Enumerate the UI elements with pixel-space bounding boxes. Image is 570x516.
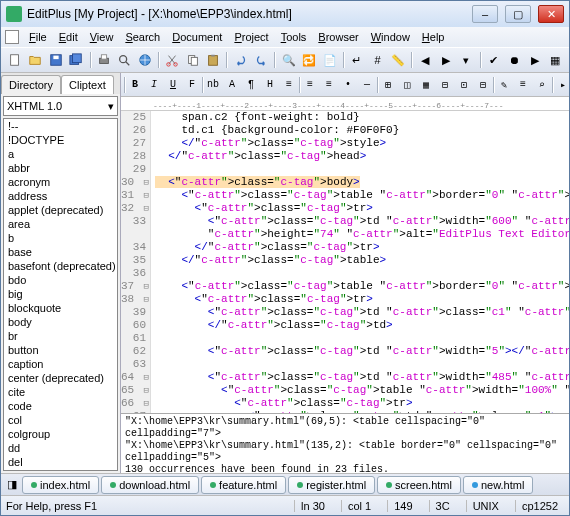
cliptext-item[interactable]: del [4, 455, 117, 469]
htmlbar-btn-3[interactable]: F [183, 76, 201, 94]
htmlbar-btn-9[interactable]: ≡ [301, 76, 319, 94]
menu-tools[interactable]: Tools [275, 29, 313, 45]
find-button[interactable]: 🔍 [279, 50, 299, 70]
spell-check-button[interactable]: ✔ [484, 50, 504, 70]
cut-button[interactable] [162, 50, 182, 70]
cliptext-item[interactable]: blockquote [4, 301, 117, 315]
cliptext-item[interactable]: area [4, 217, 117, 231]
print-button[interactable] [94, 50, 114, 70]
menu-browser[interactable]: Browser [312, 29, 364, 45]
file-tab[interactable]: index.html [22, 476, 99, 494]
menu-help[interactable]: Help [416, 29, 451, 45]
cliptext-item[interactable]: body [4, 315, 117, 329]
save-all-button[interactable] [67, 50, 87, 70]
play-button[interactable]: ▶ [525, 50, 545, 70]
prev-window-button[interactable]: ◀ [416, 50, 436, 70]
menu-window[interactable]: Window [365, 29, 416, 45]
grid-button[interactable]: ▦ [546, 50, 566, 70]
cliptext-item[interactable]: applet (deprecated) [4, 203, 117, 217]
cliptext-item[interactable]: abbr [4, 161, 117, 175]
new-file-button[interactable] [5, 50, 25, 70]
ruler-button[interactable]: 📏 [388, 50, 408, 70]
cliptext-item[interactable]: button [4, 343, 117, 357]
htmlbar-btn-17[interactable]: ⊡ [455, 76, 473, 94]
htmlbar-btn-20[interactable]: ≡ [514, 76, 532, 94]
cliptext-item[interactable]: base [4, 245, 117, 259]
maximize-button[interactable]: ▢ [505, 5, 531, 23]
cliptext-item[interactable]: big [4, 287, 117, 301]
cliptext-item[interactable]: dd [4, 441, 117, 455]
htmlbar-btn-12[interactable]: — [358, 76, 376, 94]
cliptext-item[interactable]: !DOCTYPE [4, 133, 117, 147]
next-window-button[interactable]: ▶ [436, 50, 456, 70]
htmlbar-btn-22[interactable]: ▸ [554, 76, 569, 94]
menu-view[interactable]: View [84, 29, 120, 45]
file-tab[interactable]: screen.html [377, 476, 461, 494]
cliptext-item[interactable]: a [4, 147, 117, 161]
find-files-button[interactable]: 📄 [320, 50, 340, 70]
replace-button[interactable]: 🔁 [299, 50, 319, 70]
save-button[interactable] [46, 50, 66, 70]
htmlbar-btn-1[interactable]: I [145, 76, 163, 94]
htmlbar-btn-8[interactable]: ≡ [280, 76, 298, 94]
cliptext-item[interactable]: colgroup [4, 427, 117, 441]
menu-project[interactable]: Project [228, 29, 274, 45]
browser-button[interactable] [135, 50, 155, 70]
cliptext-item[interactable]: caption [4, 357, 117, 371]
htmlbar-btn-0[interactable]: B [126, 76, 144, 94]
code-editor[interactable]: 252627282930 ⊟31 ⊟32 ⊟3334353637 ⊟38 ⊟39… [121, 111, 569, 413]
htmlbar-btn-18[interactable]: ⊟ [474, 76, 492, 94]
file-tab[interactable]: feature.html [201, 476, 286, 494]
menu-search[interactable]: Search [119, 29, 166, 45]
file-tab[interactable]: download.html [101, 476, 199, 494]
cliptext-item[interactable]: basefont (deprecated) [4, 259, 117, 273]
cliptext-item[interactable]: center (deprecated) [4, 371, 117, 385]
close-button[interactable]: ✕ [538, 5, 564, 23]
window-list-button[interactable]: ▾ [457, 50, 477, 70]
htmlbar-btn-11[interactable]: • [339, 76, 357, 94]
preview-button[interactable] [115, 50, 135, 70]
file-tab[interactable]: register.html [288, 476, 375, 494]
htmlbar-btn-4[interactable]: nb [204, 76, 222, 94]
htmlbar-btn-16[interactable]: ⊟ [436, 76, 454, 94]
cliptext-item[interactable]: code [4, 399, 117, 413]
cliptext-item[interactable]: cite [4, 385, 117, 399]
tab-cliptext[interactable]: Cliptext [61, 75, 114, 94]
paste-button[interactable] [203, 50, 223, 70]
cliptext-item[interactable]: address [4, 189, 117, 203]
cliptext-item[interactable]: !-- [4, 119, 117, 133]
linenumber-button[interactable]: # [368, 50, 388, 70]
open-file-button[interactable] [26, 50, 46, 70]
cliptext-selector[interactable]: XHTML 1.0 ▾ [3, 96, 118, 116]
menu-file[interactable]: File [23, 29, 53, 45]
tab-directory[interactable]: Directory [1, 75, 61, 94]
minimize-button[interactable]: – [472, 5, 498, 23]
htmlbar-btn-14[interactable]: ◫ [398, 76, 416, 94]
wordwrap-button[interactable]: ↵ [347, 50, 367, 70]
output-toggle[interactable]: ◨ [4, 477, 20, 493]
htmlbar-btn-6[interactable]: ¶ [242, 76, 260, 94]
code-content[interactable]: span.c2 {font-weight: bold} td.c1 {backg… [151, 111, 569, 413]
cliptext-item[interactable]: bdo [4, 273, 117, 287]
record-button[interactable]: ⏺ [505, 50, 525, 70]
file-tab[interactable]: new.html [463, 476, 533, 494]
cliptext-item[interactable]: br [4, 329, 117, 343]
menu-edit[interactable]: Edit [53, 29, 84, 45]
cliptext-item[interactable]: dfn [4, 469, 117, 471]
htmlbar-btn-5[interactable]: A [223, 76, 241, 94]
htmlbar-btn-21[interactable]: ⌕ [533, 76, 551, 94]
redo-button[interactable] [251, 50, 271, 70]
undo-button[interactable] [231, 50, 251, 70]
htmlbar-btn-19[interactable]: ✎ [495, 76, 513, 94]
htmlbar-btn-13[interactable]: ⊞ [379, 76, 397, 94]
htmlbar-btn-7[interactable]: H [261, 76, 279, 94]
cliptext-item[interactable]: b [4, 231, 117, 245]
htmlbar-btn-2[interactable]: U [164, 76, 182, 94]
menu-document[interactable]: Document [166, 29, 228, 45]
output-panel[interactable]: "X:\home\EPP3\kr\summary.html"(69,5): <t… [121, 413, 569, 473]
copy-button[interactable] [183, 50, 203, 70]
cliptext-item[interactable]: acronym [4, 175, 117, 189]
cliptext-item[interactable]: col [4, 413, 117, 427]
htmlbar-btn-10[interactable]: ≡ [320, 76, 338, 94]
cliptext-list[interactable]: !--!DOCTYPEaabbracronymaddressapplet (de… [3, 118, 118, 471]
